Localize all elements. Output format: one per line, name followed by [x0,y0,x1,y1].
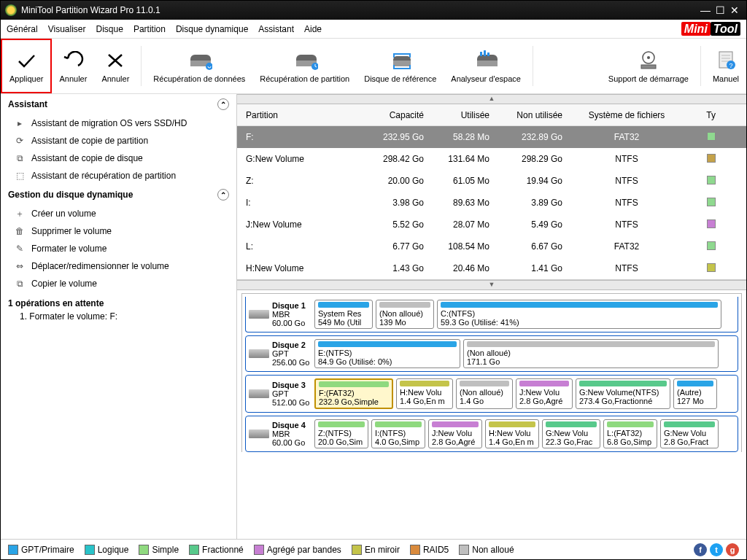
menu-dynamic[interactable]: Disque dynamique [176,24,248,34]
disk-icon [249,429,269,438]
svg-rect-8 [409,53,411,58]
drive-chart-icon [473,50,499,71]
wizard-icon: ⟳ [14,135,26,147]
menu-general[interactable]: Général [7,24,38,34]
disk-label: Disque 1MBR60.00 Go [249,300,311,329]
disk-label: Disque 4MBR60.00 Go [249,419,311,448]
menu-wizard[interactable]: Assistant [258,24,294,34]
legend-item: Logique [85,545,129,555]
svg-rect-21 [641,65,656,69]
close-button[interactable]: ✕ [727,4,742,16]
data-recovery-button[interactable]: Récupération de données [146,39,252,93]
partition-block[interactable]: E:(NTFS)84.9 Go (Utilisé: 0%) [314,339,460,368]
table-row[interactable]: Z:20.00 Go61.05 Mo19.94 GoNTFS [237,170,746,192]
cancel-button[interactable]: Annuler [94,39,136,93]
disk-map: Disque 1MBR60.00 Go System Res549 Mo (Ut… [237,290,746,539]
partition-block[interactable]: H:New Volu1.4 Go,En m [485,419,539,448]
window-title: MiniTool Partition Wizard Pro 11.0.1 [21,5,160,15]
facebook-icon[interactable]: f [694,543,707,556]
sidebar-item[interactable]: ＋Créer un volume [1,205,236,222]
table-row[interactable]: J:New Volume5.52 Go28.07 Mo5.49 GoNTFS [237,214,746,236]
brand-logo: MiniTool [681,23,740,36]
benchmark-button[interactable]: Disque de référence [357,39,444,93]
partition-block[interactable]: (Non alloué)139 Mo [376,300,434,329]
legend-item: GPT/Primaire [8,545,74,555]
action-icon: 🗑 [14,225,26,237]
menu-partition[interactable]: Partition [133,24,166,34]
legend-item: Fractionné [189,545,244,555]
boot-media-button[interactable]: Support de démarrage [601,39,696,93]
partition-block[interactable]: (Non alloué)171.1 Go [463,339,719,368]
partition-block[interactable]: J:New Volu2.8 Go,Agré [516,378,573,409]
menu-disk[interactable]: Disque [96,24,123,34]
assistant-group-header[interactable]: Assistant ⌃ [1,94,236,114]
sidebar-item[interactable]: ⇔Déplacer/redimensionner le volume [1,257,236,275]
partition-recovery-button[interactable]: Récupération de partition [252,39,357,93]
maximize-button[interactable]: ☐ [713,4,727,16]
chevron-up-icon[interactable]: ⌃ [217,98,229,110]
partition-block[interactable]: J:New Volu2.8 Go,Agré [428,419,482,448]
grid-header: PartitionCapacité UtiliséeNon utilisée S… [237,104,746,126]
apply-button[interactable]: Appliquer [1,39,52,93]
pending-op-item[interactable]: 1. Formater le volume: F: [1,310,236,323]
disk-label: Disque 2GPT256.00 Go [249,339,311,368]
svg-rect-16 [480,52,482,56]
scroll-up-hint[interactable]: ▲ [237,94,746,104]
partition-block[interactable]: H:New Volu1.4 Go,En m [396,378,453,409]
drive-refresh-icon [186,50,212,71]
partition-block[interactable]: (Non alloué)1.4 Go [456,378,513,409]
sidebar-item[interactable]: ⟳Assistant de copie de partition [1,132,236,149]
minimize-button[interactable]: — [698,4,713,16]
svg-rect-10 [393,61,411,66]
table-row[interactable]: F:232.95 Go58.28 Mo232.89 GoFAT32 [237,126,746,148]
menu-view[interactable]: Visualiser [48,24,86,34]
action-icon: ✎ [14,243,26,254]
partition-block[interactable]: L:(FAT32)6.8 Go,Simp [603,419,657,448]
sidebar-item[interactable]: ⬚Assistant de récupération de partition [1,167,236,184]
disk-row[interactable]: Disque 1MBR60.00 Go System Res549 Mo (Ut… [245,297,738,332]
table-row[interactable]: G:New Volume298.42 Go131.64 Mo298.29 GoN… [237,148,746,170]
table-row[interactable]: I:3.98 Go89.63 Mo3.89 GoNTFS [237,192,746,214]
disk-row[interactable]: Disque 4MBR60.00 Go Z:(NTFS)20.0 Go,Sim … [245,416,738,452]
legend-item: Simple [139,545,179,555]
disk-row[interactable]: Disque 2GPT256.00 Go E:(NTFS)84.9 Go (Ut… [245,335,738,372]
legend-item: En miroir [352,545,400,555]
partition-block[interactable]: Z:(NTFS)20.0 Go,Sim [314,419,368,448]
partition-block[interactable]: System Res549 Mo (Util [314,300,373,329]
svg-rect-12 [393,65,395,69]
sidebar-item[interactable]: ⧉Copier le volume [1,275,236,292]
disk-row[interactable]: Disque 3GPT512.00 Go F:(FAT32)232.9 Go,S… [245,375,738,413]
twitter-icon[interactable]: t [710,543,723,556]
sidebar-item[interactable]: 🗑Supprimer le volume [1,222,236,240]
svg-rect-7 [393,53,395,58]
menu-help[interactable]: Aide [304,24,322,34]
sidebar-item[interactable]: ✎Formater le volume [1,240,236,257]
action-icon: ⇔ [14,260,26,272]
chevron-up-icon[interactable]: ⌃ [217,189,229,201]
partition-block[interactable]: G:New Volu2.8 Go,Fract [660,419,719,448]
svg-text:?: ? [729,62,732,69]
svg-rect-13 [409,65,411,69]
x-icon [102,50,128,71]
legend-item: Non alloué [459,545,514,555]
gplus-icon[interactable]: g [726,543,739,556]
partition-block[interactable]: C:(NTFS)59.3 Go (Utilisé: 41%) [437,300,721,329]
table-row[interactable]: H:New Volume1.43 Go20.46 Mo1.41 GoNTFS [237,257,746,279]
undo-button[interactable]: Annuler [52,39,94,93]
partition-block[interactable]: F:(FAT32)232.9 Go,Simple [314,378,393,409]
manual-button[interactable]: ? Manuel [705,39,746,93]
legend-item: RAID5 [410,545,449,555]
sidebar: Assistant ⌃ ▸Assistant de migration OS v… [1,94,237,539]
table-row[interactable]: L:6.77 Go108.54 Mo6.67 GoFAT32 [237,236,746,257]
partition-block[interactable]: I:(NTFS)4.0 Go,Simp [371,419,425,448]
scroll-down-hint[interactable]: ▼ [237,280,746,290]
partition-block[interactable]: G:New Volume(NTFS)273.4 Go,Fractionné [576,378,670,409]
legend-item: Agrégé par bandes [254,545,341,555]
sidebar-item[interactable]: ▸Assistant de migration OS vers SSD/HD [1,114,236,132]
partition-block[interactable]: G:New Volu22.3 Go,Frac [542,419,600,448]
disk-label: Disque 3GPT512.00 Go [249,378,311,409]
sidebar-item[interactable]: ⧉Assistant de copie de disque [1,149,236,167]
dynamic-group-header[interactable]: Gestion du disque dynamique ⌃ [1,184,236,205]
space-analyzer-button[interactable]: Analyseur d'espace [444,39,528,93]
partition-block[interactable]: (Autre)127 Mo [673,378,717,409]
